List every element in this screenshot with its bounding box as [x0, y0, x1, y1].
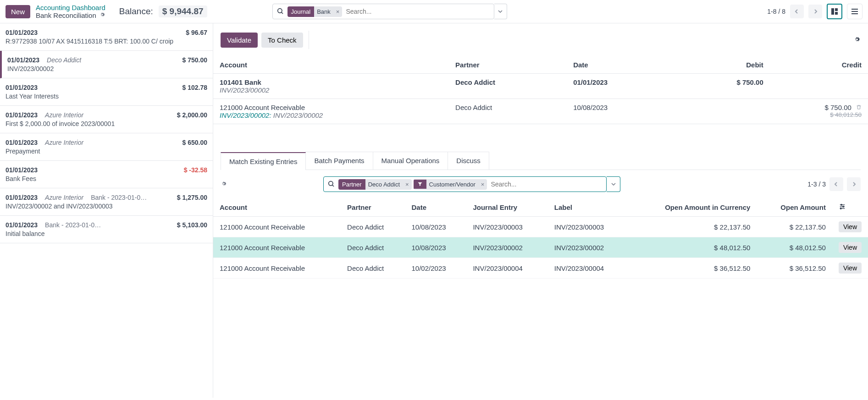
transaction-item[interactable]: 01/01/2023Azure Interior$ 2,000.00First … — [0, 106, 213, 133]
col-account: Account — [213, 56, 449, 74]
search-bar[interactable]: Journal Bank × — [272, 4, 494, 19]
match-prev-button[interactable] — [829, 177, 843, 191]
sliders-icon[interactable] — [839, 204, 846, 212]
search-icon — [324, 180, 338, 189]
view-button[interactable]: View — [839, 263, 862, 274]
view-button[interactable]: View — [839, 242, 862, 253]
new-button[interactable]: New — [6, 5, 30, 18]
line-row[interactable]: 121000 Account Receivable INV/2023/00002… — [213, 99, 868, 124]
chip-remove-icon[interactable]: × — [333, 8, 343, 15]
search-icon — [273, 7, 287, 16]
svg-line-9 — [332, 185, 334, 186]
match-search-bar[interactable]: Partner Deco Addict × Customer/Vendor × — [323, 176, 607, 192]
match-chip-partner: Partner Deco Addict × — [338, 179, 412, 190]
match-col-journal: Journal Entry — [466, 198, 547, 217]
svg-point-11 — [841, 204, 842, 206]
col-debit: Debit — [672, 56, 770, 74]
transaction-item[interactable]: 01/01/2023Azure Interior$ 650.00Prepayme… — [0, 133, 213, 161]
pager-prev-button[interactable] — [790, 5, 804, 18]
svg-point-15 — [840, 208, 841, 209]
svg-rect-2 — [831, 8, 834, 15]
breadcrumb-current: Bank Reconciliation — [36, 11, 96, 19]
balance-value[interactable]: $ 9,944.87 — [159, 5, 207, 17]
breadcrumb-link[interactable]: Accounting Dashboard — [36, 4, 105, 11]
match-next-button[interactable] — [847, 177, 861, 191]
list-view-button[interactable] — [847, 4, 862, 19]
to-check-button[interactable]: To Check — [261, 33, 303, 48]
tab[interactable]: Discuss — [448, 152, 489, 170]
match-row[interactable]: 121000 Account ReceivableDeco Addict10/0… — [213, 217, 868, 237]
line-row[interactable]: 101401 Bank INV/2023/00002 Deco Addict 0… — [213, 74, 868, 99]
match-table: Account Partner Date Journal Entry Label… — [213, 198, 868, 279]
match-search-input[interactable] — [489, 179, 606, 190]
kanban-view-button[interactable] — [827, 4, 842, 19]
view-button[interactable]: View — [839, 221, 862, 232]
match-chip-filter: Customer/Vendor × — [414, 179, 487, 190]
pager[interactable]: 1-8 / 8 — [767, 8, 785, 15]
balance-label: Balance: — [119, 6, 153, 16]
transaction-item[interactable]: 01/01/2023$ 96.67R:9772938 10/07 AX 9415… — [0, 23, 213, 51]
trash-icon[interactable] — [856, 104, 862, 111]
transaction-item[interactable]: 01/01/2023$ 102.78Last Year Interests — [0, 78, 213, 106]
transaction-item[interactable]: 01/01/2023Azure InteriorBank - 2023-01-0… — [0, 188, 213, 216]
transaction-item[interactable]: 01/01/2023$ -32.58Bank Fees — [0, 161, 213, 188]
svg-rect-4 — [835, 12, 838, 15]
search-input[interactable] — [344, 6, 493, 17]
match-col-account: Account — [213, 198, 341, 217]
match-pager[interactable]: 1-3 / 3 — [807, 181, 826, 188]
header: New Accounting Dashboard Bank Reconcilia… — [0, 0, 868, 23]
reconciliation-lines-table: Account Partner Date Debit Credit 101401… — [213, 56, 868, 124]
transaction-item[interactable]: 01/01/2023Bank - 2023-01-0…$ 5,103.00Ini… — [0, 216, 213, 243]
svg-point-0 — [277, 8, 282, 12]
breadcrumb: Accounting Dashboard Bank Reconciliation — [36, 4, 105, 19]
gear-icon[interactable] — [99, 11, 105, 19]
filter-icon — [414, 180, 426, 189]
col-partner: Partner — [449, 56, 567, 74]
validate-button[interactable]: Validate — [221, 33, 258, 48]
match-tabs: Match Existing EntriesBatch PaymentsManu… — [221, 152, 861, 170]
match-col-open-cur: Open Amount in Currency — [629, 198, 757, 217]
match-col-date: Date — [405, 198, 467, 217]
svg-rect-3 — [835, 8, 838, 11]
match-row[interactable]: 121000 Account ReceivableDeco Addict10/0… — [213, 258, 868, 279]
tab[interactable]: Batch Payments — [305, 152, 373, 170]
detail-panel: Validate To Check Account Partner Date D… — [213, 23, 868, 398]
match-col-label: Label — [548, 198, 629, 217]
svg-point-8 — [329, 181, 333, 185]
gear-icon[interactable] — [221, 181, 227, 188]
match-col-partner: Partner — [341, 198, 405, 217]
chip-remove-icon[interactable]: × — [403, 181, 412, 188]
tab[interactable]: Match Existing Entries — [221, 152, 306, 170]
svg-point-13 — [843, 206, 844, 208]
search-dropdown-button[interactable] — [494, 4, 507, 19]
tab[interactable]: Manual Operations — [373, 152, 448, 170]
svg-line-1 — [281, 12, 282, 13]
pager-next-button[interactable] — [808, 5, 822, 18]
gear-icon[interactable] — [853, 36, 861, 44]
transaction-item[interactable]: 01/01/2023Deco Addict$ 750.00INV/2023/00… — [0, 51, 213, 78]
search-chip-journal: Journal Bank × — [287, 6, 343, 17]
invoice-link[interactable]: INV/2023/00002: — [220, 111, 271, 119]
transaction-list: 01/01/2023$ 96.67R:9772938 10/07 AX 9415… — [0, 23, 213, 398]
separator — [309, 31, 309, 49]
chip-remove-icon[interactable]: × — [478, 181, 487, 188]
match-col-open: Open Amount — [757, 198, 832, 217]
col-credit: Credit — [770, 56, 868, 74]
match-row[interactable]: 121000 Account ReceivableDeco Addict10/0… — [213, 237, 868, 258]
match-search-dropdown[interactable] — [607, 176, 620, 192]
col-date: Date — [567, 56, 671, 74]
